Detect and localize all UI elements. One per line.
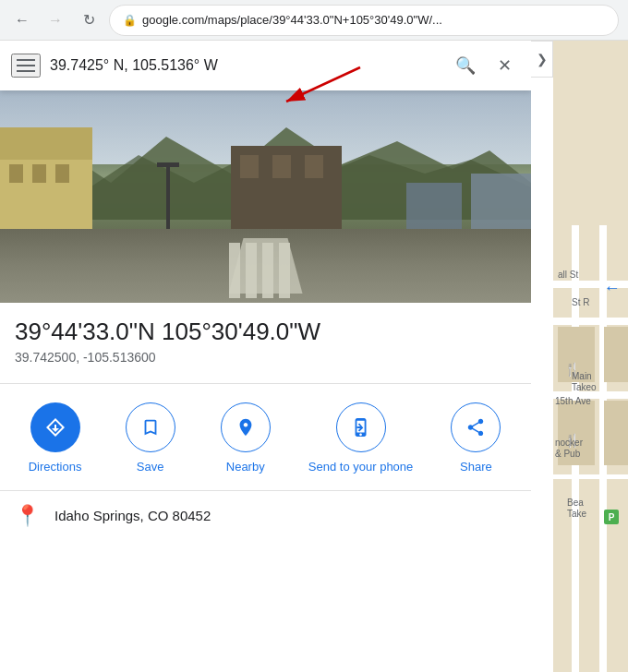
share-button[interactable]: Share: [443, 402, 508, 475]
collapse-panel-button[interactable]: ❯: [531, 41, 553, 78]
address-text: Idaho Springs, CO 80452: [54, 508, 211, 523]
nearby-button[interactable]: Nearby: [213, 402, 278, 475]
map-label-pub: & Pub: [555, 449, 580, 459]
street-view-image: [0, 90, 531, 303]
location-pin-icon: 📍: [15, 504, 40, 528]
svg-rect-18: [229, 243, 240, 298]
send-to-phone-button[interactable]: Send to your phone: [308, 402, 413, 475]
svg-rect-21: [279, 243, 290, 298]
map-panel[interactable]: 🍴 🍴 all St St R Main Takeo 15th Ave nock…: [553, 41, 628, 672]
search-bar: 🔍 ✕: [0, 41, 531, 90]
action-buttons: Directions Save Nearby: [0, 393, 531, 490]
map-label-takeo: Takeo: [572, 382, 597, 392]
search-input-wrapper: [50, 57, 441, 74]
browser-chrome: ← → ↻ 🔒 google.com/maps/place/39°44'33.0…: [0, 0, 628, 41]
svg-rect-10: [240, 155, 259, 178]
send-to-phone-icon: [351, 417, 371, 438]
main-layout: 🔍 ✕: [0, 41, 628, 672]
hamburger-line: [17, 59, 35, 61]
save-button[interactable]: Save: [118, 402, 183, 475]
refresh-button[interactable]: ↻: [76, 7, 102, 33]
parking-icon: P: [604, 510, 619, 524]
search-button[interactable]: 🔍: [450, 50, 481, 81]
send-to-phone-label: Send to your phone: [308, 460, 413, 475]
svg-rect-8: [55, 164, 69, 183]
map-block-2: [604, 327, 628, 382]
divider-1: [0, 383, 531, 384]
svg-rect-5: [0, 127, 92, 160]
map-direction-arrow: →: [604, 279, 621, 298]
map-label-all-st: all St: [558, 270, 578, 280]
share-label: Share: [460, 460, 492, 475]
save-icon: [140, 417, 161, 438]
map-label-bea: Bea: [567, 498, 584, 508]
map-label-15th: 15th Ave: [555, 396, 591, 406]
lock-icon: 🔒: [123, 14, 137, 27]
directions-icon-circle: [30, 402, 80, 452]
save-label: Save: [137, 460, 164, 475]
map-label-nocker: nocker: [555, 438, 583, 448]
share-icon-circle: [451, 402, 501, 452]
browser-address-bar[interactable]: 🔒 google.com/maps/place/39°44'33.0"N+105…: [109, 5, 619, 36]
location-info: 39°44'33.0"N 105°30'49.0"W 39.742500, -1…: [0, 303, 531, 374]
svg-rect-19: [246, 243, 257, 298]
map-block-4: [604, 401, 628, 465]
share-icon: [465, 417, 486, 438]
directions-label: Directions: [29, 460, 82, 475]
coordinates-decimal: 39.742500, -105.513600: [15, 350, 516, 365]
svg-rect-20: [262, 243, 273, 298]
map-label-take: Take: [567, 509, 586, 519]
hamburger-button[interactable]: [11, 54, 41, 78]
map-label-main: Main: [572, 371, 592, 381]
sv-road: [0, 229, 531, 303]
svg-rect-6: [9, 164, 23, 183]
search-icons: 🔍 ✕: [450, 50, 520, 81]
hamburger-line: [17, 70, 35, 72]
sv-crosswalk: [220, 238, 312, 303]
nearby-label: Nearby: [226, 460, 265, 475]
svg-rect-7: [32, 164, 46, 183]
map-label-st-r: St R: [572, 297, 589, 307]
nearby-icon: [236, 417, 256, 438]
url-text: google.com/maps/place/39°44'33.0"N+105°3…: [142, 13, 605, 27]
svg-rect-12: [305, 155, 323, 178]
send-to-phone-icon-circle: [336, 402, 386, 452]
directions-button[interactable]: Directions: [23, 402, 88, 475]
nearby-icon-circle: [221, 402, 271, 452]
svg-rect-16: [157, 162, 179, 167]
map-road-horizontal-4: [553, 474, 628, 479]
left-panel: 🔍 ✕: [0, 41, 531, 672]
map-road-horizontal-2: [553, 318, 628, 325]
back-button[interactable]: ←: [9, 7, 35, 33]
address-row: 📍 Idaho Springs, CO 80452: [0, 491, 531, 541]
save-icon-circle: [126, 402, 175, 452]
coordinates-dms: 39°44'33.0"N 105°30'49.0"W: [15, 318, 516, 346]
clear-button[interactable]: ✕: [489, 50, 520, 81]
directions-icon: [44, 416, 66, 438]
hamburger-line: [17, 65, 35, 66]
forward-button[interactable]: →: [42, 7, 68, 33]
search-input[interactable]: [50, 57, 441, 74]
map-background: 🍴 🍴 all St St R Main Takeo 15th Ave nock…: [553, 41, 628, 672]
svg-rect-11: [272, 155, 291, 178]
